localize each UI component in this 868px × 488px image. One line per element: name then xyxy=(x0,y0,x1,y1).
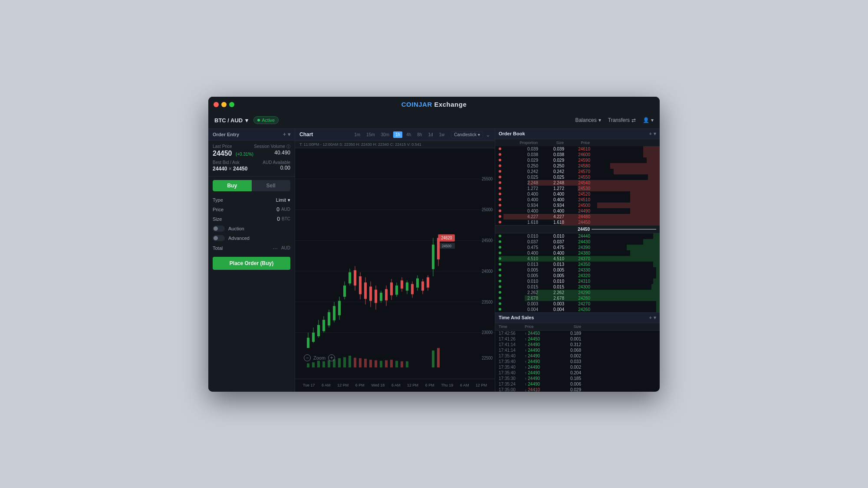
ob-bid-row[interactable]: 2.262 2.262 24290 xyxy=(495,290,660,295)
size-input[interactable] xyxy=(254,216,280,222)
ts-direction-icon: ↓ xyxy=(525,388,527,392)
ob-bid-proportion: 0.005 xyxy=(501,268,538,272)
ob-ask-row[interactable]: 0.242 0.242 24570 xyxy=(495,169,660,174)
trading-pair: BTC / AUD xyxy=(214,117,243,124)
close-button[interactable] xyxy=(214,102,219,107)
time-label-2: 12 PM xyxy=(337,383,349,387)
ob-bid-price: 24430 xyxy=(564,239,590,244)
account-button[interactable]: 👤 ▾ xyxy=(643,117,654,123)
svg-rect-89 xyxy=(432,350,434,367)
ob-ask-row[interactable]: 0.934 0.934 24500 xyxy=(495,203,660,208)
buy-button[interactable]: Buy xyxy=(213,180,252,191)
ts-size: 0.185 xyxy=(559,376,581,381)
ob-ask-row[interactable]: 0.400 0.400 24520 xyxy=(495,191,660,197)
ob-ask-row[interactable]: 0.025 0.025 24550 xyxy=(495,174,660,180)
transfers-button[interactable]: Transfers ⇄ xyxy=(608,117,636,123)
ob-ask-row[interactable]: 1.618 1.618 24450 xyxy=(495,219,660,225)
ob-ask-row[interactable]: 0.400 0.400 24490 xyxy=(495,208,660,214)
balances-button[interactable]: Balances ▾ xyxy=(575,117,601,123)
chart-area: 25500 25000 24500 24000 23500 23000 2250… xyxy=(295,148,495,379)
ob-bid-proportion: 0.003 xyxy=(501,301,538,306)
price-input[interactable] xyxy=(253,206,279,213)
ts-size: 0.204 xyxy=(559,370,581,375)
order-entry-add-icon[interactable]: + xyxy=(283,131,286,138)
chart-type-selector[interactable]: Candlestick ▾ xyxy=(451,131,483,138)
ob-bid-row[interactable]: 0.475 0.475 24390 xyxy=(495,245,660,250)
ob-bid-row[interactable]: 0.400 0.400 24380 xyxy=(495,250,660,256)
sell-button[interactable]: Sell xyxy=(252,180,291,191)
svg-text:24500: 24500 xyxy=(482,238,493,243)
order-book-chevron-icon[interactable]: ▾ xyxy=(654,131,656,137)
ob-bid-row[interactable]: 0.004 0.004 24260 xyxy=(495,307,660,312)
ts-add-icon[interactable]: + xyxy=(649,315,652,320)
ob-ask-row[interactable]: 0.039 0.039 24610 xyxy=(495,146,660,152)
ts-size: 0.002 xyxy=(559,354,581,358)
total-dots[interactable]: ··· xyxy=(273,245,278,252)
ob-ask-bar xyxy=(597,203,660,208)
order-book-add-icon[interactable]: + xyxy=(649,131,652,136)
ob-bid-row[interactable]: 0.003 0.003 24270 xyxy=(495,301,660,307)
ts-time: 17:42:56 xyxy=(499,331,525,336)
svg-rect-77 xyxy=(349,355,351,367)
ob-ask-row[interactable]: 2.248 2.248 24540 xyxy=(495,180,660,186)
bid-ask-label: Best Bid / Ask xyxy=(213,160,247,165)
svg-rect-71 xyxy=(317,360,320,367)
ob-bid-proportion: 0.013 xyxy=(501,262,538,267)
ob-ask-row[interactable]: 0.400 0.400 24510 xyxy=(495,197,660,203)
ob-bid-row[interactable]: 4.510 4.510 24370 xyxy=(495,256,660,262)
chart-info-text: T: 11:00PM - 12:00AM S: 22350 H: 22430 H… xyxy=(299,142,421,147)
ob-ask-row[interactable]: 0.038 0.038 24600 xyxy=(495,152,660,157)
pair-selector[interactable]: BTC / AUD ▾ xyxy=(214,117,248,124)
ob-bid-row[interactable]: 0.005 0.005 24320 xyxy=(495,273,660,278)
ob-bid-row[interactable]: 0.015 0.015 24300 xyxy=(495,284,660,290)
tab-4h[interactable]: 4h xyxy=(404,131,413,138)
ob-bid-price: 24270 xyxy=(564,301,590,306)
zoom-in-button[interactable]: + xyxy=(328,354,335,361)
ob-bid-row[interactable]: 0.010 0.010 24310 xyxy=(495,278,660,284)
tab-1m[interactable]: 1m xyxy=(352,131,362,138)
svg-rect-22 xyxy=(328,312,330,325)
tab-15m[interactable]: 15m xyxy=(364,131,377,138)
svg-rect-46 xyxy=(390,282,393,295)
ob-bid-row[interactable]: 0.010 0.010 24440 xyxy=(495,233,660,239)
svg-rect-87 xyxy=(401,361,403,367)
tab-1h[interactable]: 1h xyxy=(393,131,402,138)
time-label-0: Tue 17 xyxy=(303,383,315,387)
time-label-5: 6 AM xyxy=(391,383,401,387)
ob-bid-row[interactable]: 0.013 0.013 24350 xyxy=(495,262,660,267)
ob-bid-row[interactable]: 2.678 2.678 24280 xyxy=(495,295,660,301)
tab-1d[interactable]: 1d xyxy=(426,131,435,138)
ts-price: ↑ 24490 xyxy=(525,359,559,364)
ts-col-time: Time xyxy=(499,324,525,329)
chart-panel: Chart 1m 15m 30m 1h 4h 8h 1d 1w Candlest… xyxy=(295,129,495,392)
chart-expand-icon[interactable]: ⌄ xyxy=(486,131,490,138)
zoom-out-button[interactable]: − xyxy=(304,354,311,361)
ob-asks: 0.039 0.039 24610 0.038 0.038 24600 0.02… xyxy=(495,146,660,225)
place-order-button[interactable]: Place Order (Buy) xyxy=(213,257,290,270)
ob-ask-row[interactable]: 4.227 4.227 24480 xyxy=(495,214,660,219)
ob-ask-price: 24510 xyxy=(564,197,590,202)
tab-30m[interactable]: 30m xyxy=(379,131,391,138)
ob-ask-price: 24570 xyxy=(564,169,590,174)
tab-8h[interactable]: 8h xyxy=(415,131,424,138)
col-price: Price xyxy=(564,141,590,145)
ts-chevron-icon[interactable]: ▾ xyxy=(654,315,656,321)
size-currency: BTC xyxy=(282,216,290,221)
ob-ask-row[interactable]: 1.272 1.272 24530 xyxy=(495,186,660,191)
ob-ask-bar xyxy=(630,208,660,214)
ob-ask-row[interactable]: 0.250 0.250 24580 xyxy=(495,163,660,169)
advanced-toggle[interactable] xyxy=(213,235,225,241)
auction-toggle[interactable] xyxy=(213,226,225,232)
svg-text:24000: 24000 xyxy=(482,269,493,274)
ob-ask-row[interactable]: 0.029 0.029 24590 xyxy=(495,157,660,163)
minimize-button[interactable] xyxy=(221,102,227,107)
ob-bid-row[interactable]: 0.005 0.005 24330 xyxy=(495,267,660,273)
ob-bid-row[interactable]: 0.037 0.037 24430 xyxy=(495,239,660,245)
time-tabs: 1m 15m 30m 1h 4h 8h 1d 1w xyxy=(352,131,447,138)
order-entry-chevron-icon[interactable]: ▾ xyxy=(288,131,290,138)
tab-1w[interactable]: 1w xyxy=(437,131,447,138)
ob-ask-size: 1.272 xyxy=(538,186,564,191)
maximize-button[interactable] xyxy=(229,102,234,107)
svg-text:23000: 23000 xyxy=(482,330,493,335)
type-select[interactable]: Limit ▾ xyxy=(276,197,290,203)
